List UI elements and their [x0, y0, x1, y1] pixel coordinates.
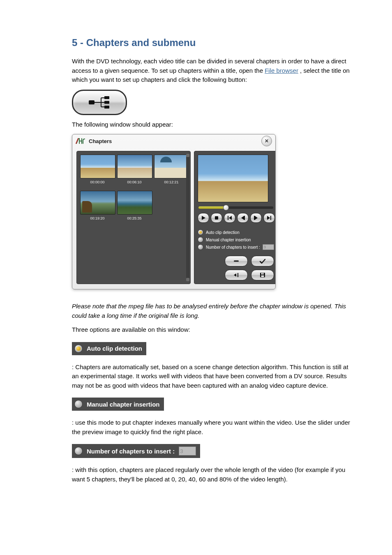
insert-arrow-icon: [233, 272, 240, 278]
thumbnail-scrollbar[interactable]: [186, 154, 189, 281]
svg-marker-17: [267, 216, 270, 220]
radio-icon: [198, 244, 203, 250]
chapter-thumbnail[interactable]: 00:00:00: [80, 155, 115, 184]
thumbnail-time: 00:19:20: [80, 216, 115, 220]
remove-chapter-button[interactable]: [225, 256, 248, 266]
preview-pane: Auto clip detection Manual chapter inser…: [194, 151, 276, 284]
stop-button[interactable]: [211, 213, 222, 223]
svg-rect-14: [244, 216, 245, 220]
radio-icon: [74, 447, 83, 455]
radio-label: Number of chapters to insert :: [206, 245, 260, 250]
insert-chapter-button[interactable]: [225, 270, 248, 280]
chip-label: Number of chapters to insert :: [87, 448, 175, 455]
thumbnail-image: [80, 155, 115, 178]
chapters-dialog: Chapters ✕ 00:00:00 00:06:10: [72, 134, 276, 289]
radio-auto-detection[interactable]: Auto clip detection: [198, 229, 274, 235]
svg-rect-6: [104, 96, 109, 99]
svg-rect-0: [89, 100, 95, 104]
svg-marker-13: [241, 216, 244, 220]
svg-rect-11: [228, 216, 228, 220]
chip-number-chapters[interactable]: Number of chapters to insert :: [72, 444, 200, 458]
svg-rect-7: [104, 101, 109, 104]
opt1-desc: : Chapters are automatically set, based …: [72, 363, 355, 391]
radio-icon: [198, 237, 203, 243]
svg-marker-16: [255, 216, 258, 220]
opt2-desc: : use this mode to put chapter indexes m…: [72, 418, 355, 437]
skip-prev-icon: [227, 215, 232, 220]
chip-chapter-count-input[interactable]: [179, 446, 196, 456]
seek-knob[interactable]: [223, 205, 229, 210]
radio-label: Auto clip detection: [206, 230, 240, 235]
step-fwd-button[interactable]: [250, 213, 262, 223]
chip-auto-detection[interactable]: Auto clip detection: [72, 342, 146, 355]
svg-rect-15: [254, 216, 255, 220]
thumbnail-time: 00:06:10: [117, 180, 152, 184]
radio-manual-insertion[interactable]: Manual chapter insertion: [198, 237, 274, 243]
chapter-thumbnail[interactable]: 00:19:20: [80, 191, 115, 220]
thumbnail-image: [154, 155, 189, 178]
radio-icon: [74, 345, 83, 353]
mpeg-note: Please note that the mpeg file has to be…: [72, 302, 355, 320]
prev-chapter-button[interactable]: [224, 213, 235, 223]
next-chapter-button[interactable]: [263, 213, 275, 223]
step-fwd-icon: [254, 215, 258, 220]
radio-label: Manual chapter insertion: [206, 238, 251, 242]
check-icon: [259, 258, 266, 264]
radio-number-chapters[interactable]: Number of chapters to insert :: [198, 244, 274, 250]
confirm-button[interactable]: [251, 256, 274, 266]
svg-rect-18: [270, 216, 271, 220]
opt3-desc: : with this option, chapters are placed …: [72, 465, 355, 484]
chapter-thumbnail[interactable]: 00:06:10: [117, 155, 152, 184]
svg-rect-24: [263, 273, 263, 275]
floppy-icon: [259, 272, 266, 278]
svg-marker-9: [202, 216, 205, 220]
seek-fill: [198, 206, 226, 209]
preview-image: [198, 155, 268, 202]
open-chapters-button[interactable]: [72, 90, 127, 115]
radio-icon: [74, 400, 83, 408]
minus-icon: [233, 258, 240, 264]
thumbnail-image: [117, 155, 152, 178]
play-button[interactable]: [198, 213, 209, 223]
after-button-text: The following window should appear:: [72, 120, 355, 130]
section-heading: 5 - Chapters and submenu: [72, 37, 355, 49]
chapter-thumbnail[interactable]: 00:12:21: [154, 155, 189, 184]
dialog-title: Chapters: [89, 138, 112, 144]
thumbnail-pane: 00:00:00 00:06:10 00:12:21 00:19:20: [76, 151, 191, 284]
stop-icon: [214, 215, 219, 220]
hierarchy-icon: [87, 95, 112, 109]
svg-rect-10: [215, 216, 218, 220]
play-icon: [201, 215, 206, 220]
thumbnail-time: 00:00:00: [80, 180, 115, 184]
save-button[interactable]: [251, 270, 274, 280]
svg-marker-21: [234, 273, 236, 277]
skip-next-icon: [267, 215, 272, 220]
chip-label: Auto clip detection: [87, 345, 142, 352]
chip-label: Manual chapter insertion: [87, 401, 160, 408]
options-intro: Three options are available on this wind…: [72, 325, 355, 335]
svg-rect-8: [104, 106, 109, 109]
step-back-icon: [240, 215, 245, 220]
svg-marker-12: [229, 216, 232, 220]
dialog-close-button[interactable]: ✕: [261, 136, 272, 146]
thumbnail-time: 00:12:21: [154, 180, 189, 184]
thumbnail-image: [117, 191, 152, 215]
close-icon: ✕: [265, 138, 269, 144]
thumbnail-time: 00:25:35: [117, 216, 152, 220]
step-back-button[interactable]: [237, 213, 249, 223]
svg-rect-25: [261, 275, 264, 277]
app-logo-icon: [76, 137, 86, 145]
intro-paragraph: With the DVD technology, each video titl…: [72, 57, 355, 85]
thumbnail-image: [80, 191, 115, 215]
seek-slider[interactable]: [198, 206, 273, 209]
chapter-thumbnail[interactable]: 00:25:35: [117, 191, 152, 220]
file-browser-link[interactable]: File browser: [265, 67, 298, 74]
svg-rect-19: [234, 261, 239, 262]
chip-manual-insertion[interactable]: Manual chapter insertion: [72, 398, 164, 411]
svg-rect-20: [238, 273, 238, 277]
chapter-count-input[interactable]: [263, 244, 274, 250]
radio-icon: [198, 229, 203, 235]
